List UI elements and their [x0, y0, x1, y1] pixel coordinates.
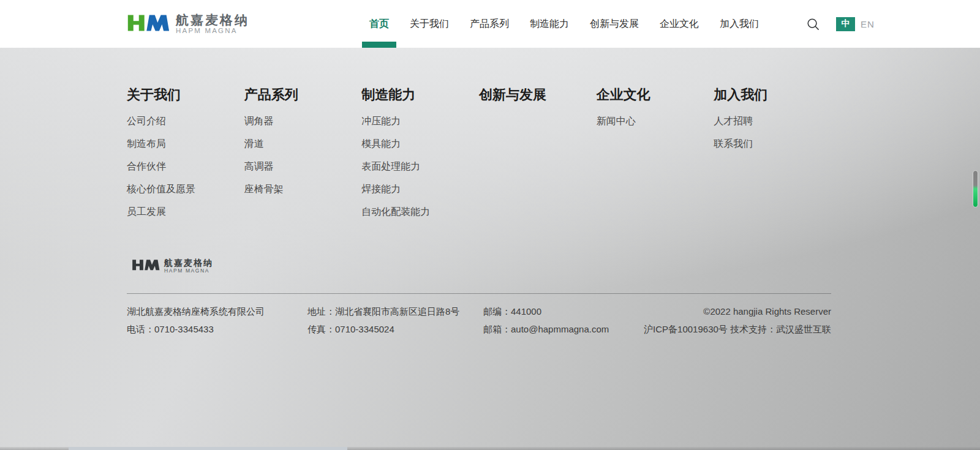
- footer-link[interactable]: 自动化配装能力: [361, 207, 479, 217]
- company-phone: 电话：0710-3345433: [127, 320, 307, 338]
- nav-item-join[interactable]: 加入我们: [720, 0, 759, 48]
- nav-item-manufacturing[interactable]: 制造能力: [530, 0, 569, 48]
- vertical-scroll-indicator[interactable]: [973, 170, 978, 208]
- site-header: 航嘉麦格纳 HAPM MAGNA 首页 关于我们 产品系列 制造能力 创新与发展: [0, 0, 980, 48]
- header-tools: 中 EN: [805, 17, 875, 31]
- active-tab-underline: [362, 42, 396, 48]
- nav-item-culture-label: 企业文化: [660, 18, 699, 31]
- brand-logo-icon: [127, 11, 170, 37]
- footer-column-innovation: 创新与发展: [479, 86, 597, 230]
- footer-column-title[interactable]: 创新与发展: [479, 86, 597, 104]
- footer-link[interactable]: 表面处理能力: [361, 162, 479, 171]
- footer-logo-icon: [132, 257, 160, 275]
- footer-link[interactable]: 焊接能力: [361, 184, 479, 194]
- footer-column-manufacturing: 制造能力 冲压能力 模具能力 表面处理能力 焊接能力 自动化配装能力: [361, 86, 479, 230]
- horizontal-scrollbar-track: [0, 447, 980, 450]
- footer-logo-text: 航嘉麦格纳 HAPM MAGNA: [164, 258, 213, 274]
- footer-link[interactable]: 公司介绍: [127, 116, 244, 126]
- footer-column-title[interactable]: 加入我们: [714, 86, 831, 104]
- company-name: 湖北航嘉麦格纳座椅系统有限公司: [127, 302, 307, 320]
- footer-link[interactable]: 调角器: [244, 116, 362, 126]
- footer-column-title[interactable]: 制造能力: [361, 86, 479, 104]
- footer-nav: 关于我们 公司介绍 制造布局 合作伙伴 核心价值及愿景 员工发展 产品系列 调角…: [127, 86, 831, 230]
- legal-block: ©2022 hangjia Rights Reserver 沪ICP备10019…: [644, 302, 831, 338]
- nav-item-innovation-label: 创新与发展: [590, 18, 639, 31]
- footer-link[interactable]: 滑道: [244, 139, 362, 149]
- footer-link[interactable]: 核心价值及愿景: [127, 184, 244, 194]
- footer-column-title[interactable]: 企业文化: [597, 86, 714, 104]
- lang-en-button[interactable]: EN: [861, 19, 875, 29]
- nav-item-home-label: 首页: [369, 18, 389, 31]
- nav-item-join-label: 加入我们: [720, 18, 759, 31]
- search-icon[interactable]: [805, 17, 820, 31]
- contact-address-block: 地址：湖北省襄阳市高新区追日路8号 传真：0710-3345024: [307, 302, 483, 338]
- nav-item-about-label: 关于我们: [410, 18, 449, 31]
- icp-text[interactable]: 沪ICP备10019630号 技术支持：武汉盛世互联: [644, 320, 831, 338]
- nav-item-culture[interactable]: 企业文化: [660, 0, 699, 48]
- footer-link[interactable]: 制造布局: [127, 139, 244, 149]
- nav-item-innovation[interactable]: 创新与发展: [590, 0, 639, 48]
- footer-column-products: 产品系列 调角器 滑道 高调器 座椅骨架: [244, 86, 362, 230]
- nav-item-products-label: 产品系列: [470, 18, 509, 31]
- footer-link[interactable]: 新闻中心: [597, 116, 714, 126]
- footer-link[interactable]: 合作伙伴: [127, 162, 244, 171]
- nav-item-about[interactable]: 关于我们: [410, 0, 449, 48]
- contact-mail-block: 邮编：441000 邮箱：auto@hapmmagna.com: [483, 302, 609, 338]
- copyright-text: ©2022 hangjia Rights Reserver: [644, 302, 831, 320]
- footer-link[interactable]: 模具能力: [361, 139, 479, 149]
- footer-brand-name-cn: 航嘉麦格纳: [164, 258, 213, 268]
- page: 航嘉麦格纳 HAPM MAGNA 首页 关于我们 产品系列 制造能力 创新与发展: [0, 0, 980, 450]
- nav-item-manufacturing-label: 制造能力: [530, 18, 569, 31]
- main-nav: 首页 关于我们 产品系列 制造能力 创新与发展 企业文化 加入我们: [369, 0, 780, 48]
- footer-link[interactable]: 员工发展: [127, 207, 244, 217]
- footer-link[interactable]: 座椅骨架: [244, 184, 362, 194]
- footer-column-about: 关于我们 公司介绍 制造布局 合作伙伴 核心价值及愿景 员工发展: [127, 86, 244, 230]
- company-postcode: 邮编：441000: [483, 302, 609, 320]
- brand-logo[interactable]: 航嘉麦格纳 HAPM MAGNA: [127, 11, 249, 37]
- footer-column-culture: 企业文化 新闻中心: [597, 86, 714, 230]
- footer-column-join: 加入我们 人才招聘 联系我们: [714, 86, 831, 230]
- brand-name-en: HAPM MAGNA: [176, 27, 249, 36]
- horizontal-scrollbar-thumb[interactable]: [69, 447, 347, 450]
- lang-zh-button[interactable]: 中: [836, 17, 855, 31]
- footer-column-title[interactable]: 产品系列: [244, 86, 362, 104]
- footer-brand-name-en: HAPM MAGNA: [164, 268, 213, 274]
- nav-item-home[interactable]: 首页: [369, 0, 389, 48]
- language-switch: 中 EN: [836, 17, 875, 31]
- footer-link[interactable]: 联系我们: [714, 139, 831, 149]
- footer-bottom: 湖北航嘉麦格纳座椅系统有限公司 电话：0710-3345433 地址：湖北省襄阳…: [127, 293, 831, 338]
- footer-column-title[interactable]: 关于我们: [127, 86, 244, 104]
- contact-company-block: 湖北航嘉麦格纳座椅系统有限公司 电话：0710-3345433: [127, 302, 307, 338]
- footer-logo: 航嘉麦格纳 HAPM MAGNA: [132, 257, 213, 275]
- footer-link[interactable]: 人才招聘: [714, 116, 831, 126]
- brand-name-cn: 航嘉麦格纳: [176, 13, 249, 27]
- footer-link[interactable]: 冲压能力: [361, 116, 479, 126]
- nav-item-products[interactable]: 产品系列: [470, 0, 509, 48]
- company-address: 地址：湖北省襄阳市高新区追日路8号: [307, 302, 483, 320]
- footer-link[interactable]: 高调器: [244, 162, 362, 171]
- company-email: 邮箱：auto@hapmmagna.com: [483, 320, 609, 338]
- brand-logo-text: 航嘉麦格纳 HAPM MAGNA: [176, 13, 249, 36]
- company-fax: 传真：0710-3345024: [307, 320, 483, 338]
